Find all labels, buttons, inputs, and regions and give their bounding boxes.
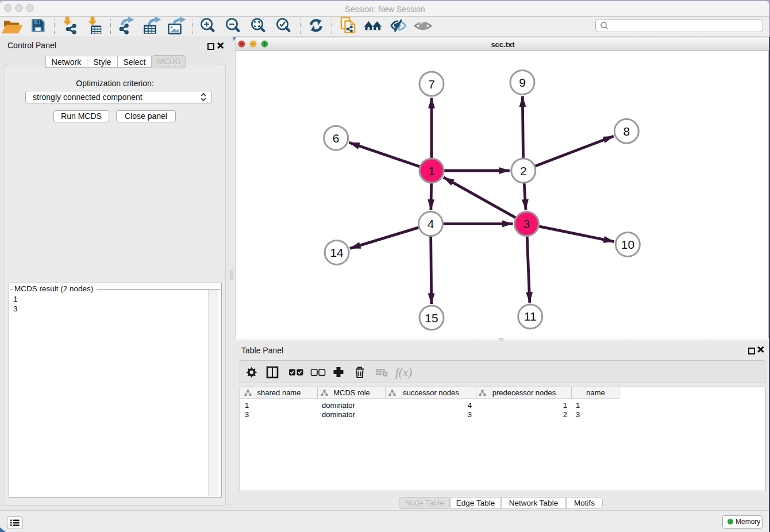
svg-text:f(x): f(x)	[395, 365, 412, 379]
svg-text:9: 9	[519, 76, 526, 89]
svg-text:6: 6	[333, 132, 340, 145]
svg-text:2: 2	[520, 164, 527, 178]
svg-text:10: 10	[621, 238, 634, 251]
svg-text:3: 3	[523, 217, 530, 230]
svg-text:15: 15	[425, 311, 438, 325]
svg-text:14: 14	[330, 246, 344, 259]
svg-text:7: 7	[428, 78, 435, 91]
svg-text:11: 11	[524, 310, 537, 323]
svg-text:8: 8	[623, 125, 630, 138]
svg-text:1: 1	[428, 164, 435, 178]
svg-text:4: 4	[428, 217, 434, 230]
